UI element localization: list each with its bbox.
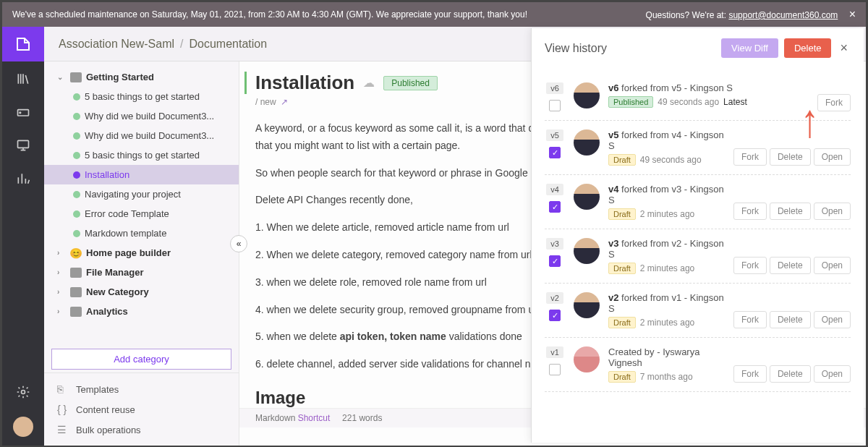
library-icon[interactable]	[14, 70, 32, 88]
banner-text: We've a scheduled maintenance on Saturda…	[12, 9, 527, 20]
desktop-icon[interactable]	[14, 137, 32, 154]
author-avatar	[574, 129, 600, 156]
delete-version-button[interactable]: Delete	[770, 148, 811, 166]
banner-close-icon[interactable]: ×	[849, 8, 856, 20]
analytics-icon[interactable]	[14, 170, 32, 187]
version-checkbox[interactable]: ✓	[549, 201, 561, 213]
tree-item[interactable]: Error code Template	[44, 204, 239, 224]
folder-home-page-builder[interactable]: ›😊Home page builder	[44, 243, 239, 263]
version-tag: v6	[546, 82, 563, 94]
content-reuse-link[interactable]: { }Content reuse	[44, 399, 239, 420]
folder-icon	[70, 287, 82, 297]
delete-version-button[interactable]: Delete	[770, 311, 811, 328]
open-button[interactable]: Open	[814, 365, 851, 383]
templates-link[interactable]: ⎘Templates	[44, 379, 239, 399]
history-item: v3✓v3 forked from v2 - Kingson SDraft2 m…	[545, 229, 851, 284]
fork-button[interactable]: Fork	[733, 257, 767, 274]
status-badge: Draft	[608, 317, 636, 328]
chevron-right-icon: ›	[57, 288, 66, 296]
drive-icon[interactable]	[14, 103, 32, 121]
version-tag: v4	[546, 184, 563, 195]
shortcut-link[interactable]: Shortcut	[298, 413, 331, 423]
tree-item[interactable]: Why did we build Document3...	[44, 126, 239, 145]
version-checkbox[interactable]: ✓	[549, 255, 561, 267]
folder-icon	[70, 307, 82, 317]
history-item: v2✓v2 forked from v1 - Kingson SDraft2 m…	[545, 284, 851, 338]
folder-icon	[70, 268, 82, 278]
history-title: v5 forked from v4 - Kingson S	[608, 129, 725, 151]
add-category-button[interactable]: Add category	[51, 349, 231, 370]
status-dot-icon	[73, 113, 80, 120]
banner-question: Questions? We're at:	[646, 10, 729, 20]
folder-icon	[70, 72, 82, 82]
chevron-right-icon: ›	[57, 307, 66, 315]
delete-version-button[interactable]: Delete	[770, 203, 811, 220]
author-avatar	[574, 346, 600, 372]
breadcrumb-page[interactable]: Documentation	[190, 38, 268, 51]
fork-button[interactable]: Fork	[733, 365, 767, 383]
folder-file-manager[interactable]: ›File Manager	[44, 263, 239, 282]
external-link-icon[interactable]: ↗	[281, 97, 288, 107]
fork-button[interactable]: Fork	[733, 148, 767, 166]
fork-button[interactable]: Fork	[733, 311, 767, 328]
tree-item[interactable]: Markdown template	[44, 224, 239, 243]
latest-label: Latest	[723, 97, 747, 107]
delete-version-button[interactable]: Delete	[770, 365, 811, 383]
status-dot-icon	[73, 210, 80, 218]
delete-version-button[interactable]: Delete	[770, 257, 811, 274]
close-icon[interactable]: ×	[837, 41, 851, 56]
tree-item[interactable]: Navigating your project	[44, 184, 239, 204]
open-button[interactable]: Open	[814, 203, 851, 220]
history-time: 2 minutes ago	[640, 318, 694, 328]
app-logo[interactable]	[2, 27, 44, 61]
tree-item[interactable]: Why did we build Document3...	[44, 106, 239, 126]
breadcrumb: Association New-Saml / Documentation	[44, 38, 281, 51]
open-button[interactable]: Open	[814, 257, 851, 274]
chevron-down-icon: ⌄	[57, 73, 66, 81]
tree-item[interactable]: 5 basic things to get started	[44, 87, 239, 106]
status-badge: Draft	[608, 208, 636, 220]
version-tag: v3	[546, 238, 563, 250]
sidebar: ⌄Getting Started 5 basic things to get s…	[44, 61, 239, 446]
breadcrumb-org[interactable]: Association New-Saml	[59, 38, 174, 51]
sidebar-footer: ⎘Templates { }Content reuse ☰Bulk operat…	[44, 372, 239, 446]
fork-button[interactable]: Fork	[733, 203, 767, 220]
article-title[interactable]: Installation	[255, 72, 354, 94]
support-email-link[interactable]: support@document360.com	[728, 10, 838, 20]
gear-icon[interactable]	[14, 383, 32, 401]
bulk-operations-link[interactable]: ☰Bulk operations	[44, 420, 239, 440]
user-avatar[interactable]	[13, 417, 33, 437]
collapse-sidebar-button[interactable]: «	[230, 235, 247, 252]
open-button[interactable]: Open	[814, 148, 851, 166]
history-title: Created by - Iyswarya Vignesh	[608, 346, 725, 368]
version-checkbox[interactable]: ✓	[549, 147, 561, 158]
status-dot-icon	[73, 171, 80, 179]
svg-point-3	[22, 391, 25, 394]
version-checkbox[interactable]: ✓	[549, 310, 561, 321]
author-avatar	[574, 238, 600, 264]
tree-item-installation[interactable]: Installation	[44, 165, 239, 184]
folder-new-category[interactable]: ›New Category	[44, 282, 239, 302]
history-time: 2 minutes ago	[640, 209, 694, 219]
home-icon: 😊	[70, 248, 82, 258]
tree-item[interactable]: 5 basic things to get started	[44, 145, 239, 165]
author-avatar	[574, 82, 600, 108]
view-diff-button[interactable]: View Diff	[721, 38, 778, 58]
status-badge: Draft	[608, 263, 636, 274]
cloud-icon: ☁	[363, 76, 375, 90]
annotation-arrow-icon	[801, 93, 819, 148]
svg-point-1	[20, 112, 21, 114]
version-tag: v2	[546, 292, 563, 304]
version-checkbox[interactable]	[549, 100, 561, 111]
fork-button[interactable]: Fork	[817, 94, 851, 111]
folder-getting-started[interactable]: ⌄Getting Started	[44, 67, 239, 87]
history-time: 49 seconds ago	[658, 97, 719, 107]
braces-icon: { }	[57, 404, 69, 415]
version-checkbox[interactable]	[549, 364, 561, 375]
history-time: 49 seconds ago	[640, 155, 702, 165]
status-dot-icon	[73, 93, 80, 101]
status-dot-icon	[73, 230, 80, 237]
delete-button[interactable]: Delete	[784, 38, 832, 58]
open-button[interactable]: Open	[814, 311, 851, 328]
folder-analytics[interactable]: ›Analytics	[44, 302, 239, 321]
